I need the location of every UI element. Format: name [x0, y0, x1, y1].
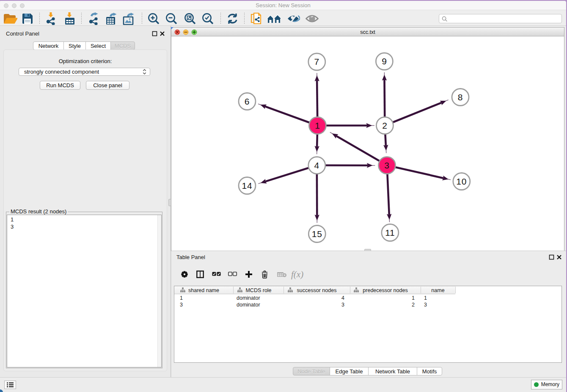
svg-text:8: 8	[458, 92, 463, 102]
svg-text:7: 7	[314, 57, 319, 66]
svg-text:14: 14	[242, 181, 253, 190]
svg-text:4: 4	[314, 160, 319, 170]
svg-text:3: 3	[384, 160, 389, 170]
svg-text:1: 1	[315, 121, 320, 130]
svg-text:6: 6	[245, 97, 250, 106]
svg-text:10: 10	[456, 177, 467, 186]
svg-text:9: 9	[382, 56, 387, 66]
svg-text:2: 2	[382, 121, 387, 130]
svg-text:11: 11	[385, 228, 395, 237]
svg-text:15: 15	[312, 229, 322, 239]
